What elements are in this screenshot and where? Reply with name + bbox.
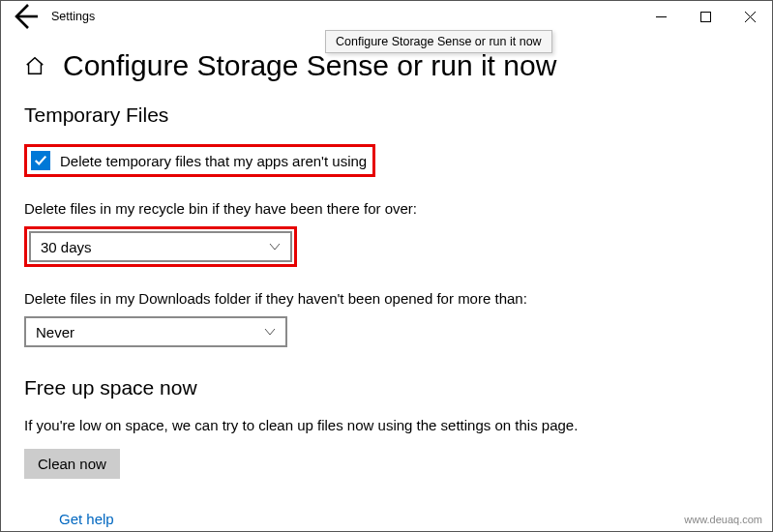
maximize-button[interactable]	[683, 1, 728, 32]
watermark: www.deuaq.com	[684, 514, 762, 525]
delete-temp-checkbox[interactable]	[31, 151, 50, 170]
minimize-icon	[656, 12, 667, 22]
content-area: Temporary Files Delete temporary files t…	[1, 82, 772, 479]
minimize-button[interactable]	[639, 1, 683, 32]
clean-now-button[interactable]: Clean now	[24, 449, 120, 479]
back-button[interactable]	[9, 1, 40, 32]
home-icon	[24, 55, 45, 76]
maximize-icon	[700, 12, 711, 22]
free-space-heading: Free up space now	[24, 376, 749, 399]
get-help-link[interactable]: Get help	[59, 511, 114, 527]
window-controls	[639, 1, 772, 32]
free-space-desc: If you're low on space, we can try to cl…	[24, 417, 749, 433]
downloads-dropdown[interactable]: Never	[24, 316, 287, 347]
recycle-bin-value: 30 days	[41, 239, 92, 255]
delete-temp-checkbox-row[interactable]: Delete temporary files that my apps aren…	[24, 144, 375, 177]
delete-temp-label: Delete temporary files that my apps aren…	[60, 153, 367, 169]
page-title: Configure Storage Sense or run it now	[63, 49, 556, 82]
chevron-down-icon	[269, 241, 281, 252]
home-button[interactable]	[24, 55, 45, 76]
title-bar: Settings	[1, 1, 772, 32]
downloads-label: Delete files in my Downloads folder if t…	[24, 290, 749, 307]
recycle-bin-dropdown[interactable]: 30 days	[29, 231, 292, 262]
arrow-left-icon	[9, 1, 40, 32]
app-title: Settings	[51, 10, 95, 23]
close-icon	[745, 12, 756, 22]
svg-rect-1	[700, 12, 710, 21]
check-icon	[34, 154, 47, 167]
tooltip: Configure Storage Sense or run it now	[325, 30, 552, 53]
recycle-bin-highlight: 30 days	[24, 226, 297, 267]
downloads-value: Never	[36, 324, 74, 340]
temp-files-heading: Temporary Files	[24, 103, 749, 127]
close-button[interactable]	[728, 1, 772, 32]
chevron-down-icon	[264, 326, 276, 338]
recycle-bin-label: Delete files in my recycle bin if they h…	[24, 200, 749, 217]
